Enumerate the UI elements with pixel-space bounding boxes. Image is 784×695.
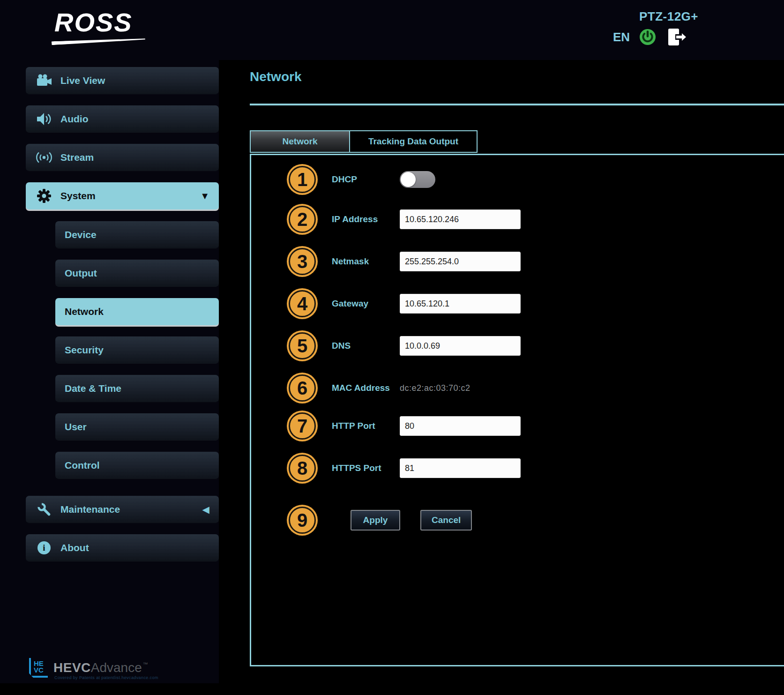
sidebar-item-live-view[interactable]: Live View xyxy=(26,67,219,94)
sidebar-item-output[interactable]: Output xyxy=(55,260,219,287)
form-row-dhcp: 1 DHCP xyxy=(287,163,587,196)
https-port-field[interactable] xyxy=(400,458,521,478)
hevc-brand-bold: HEVC xyxy=(53,661,91,674)
step-badge-9: 9 xyxy=(287,505,318,536)
sidebar-item-label: Date & Time xyxy=(65,383,121,394)
step-badge-7: 7 xyxy=(287,411,318,441)
gateway-field[interactable] xyxy=(400,294,521,314)
step-badge-1: 1 xyxy=(287,164,318,195)
sidebar-item-maintenance[interactable]: Maintenance ◀ xyxy=(26,496,219,523)
hevc-tagline: Covered by Patents at patentlist.hevcadv… xyxy=(54,675,158,680)
gateway-label: Gateway xyxy=(332,299,400,309)
hevc-icon-line2: VC xyxy=(34,667,48,673)
dhcp-toggle-knob xyxy=(401,172,416,187)
hevc-brand-light: Advance xyxy=(91,661,142,674)
sidebar-item-label: User xyxy=(65,421,87,433)
step-badge-6: 6 xyxy=(287,373,318,404)
logout-icon[interactable] xyxy=(665,27,687,47)
netmask-field[interactable] xyxy=(400,252,521,271)
bottom-band xyxy=(0,683,784,695)
power-icon[interactable] xyxy=(638,28,657,46)
sidebar-item-label: Live View xyxy=(60,75,105,86)
title-divider xyxy=(250,104,784,105)
sidebar-item-system[interactable]: System ▼ xyxy=(26,182,219,209)
ip-address-label: IP Address xyxy=(332,214,400,224)
ross-logo: ROSS xyxy=(54,9,148,47)
page-title: Network xyxy=(250,69,301,84)
sidebar-item-label: System xyxy=(60,190,96,202)
sidebar-item-label: Maintenance xyxy=(60,504,120,515)
step-badge-3: 3 xyxy=(287,246,318,277)
sidebar-item-label: Security xyxy=(65,344,104,356)
step-badge-4: 4 xyxy=(287,288,318,319)
hevc-advance-logo: HE VC HEVC Advance ™ Covered by Patents … xyxy=(29,658,148,678)
hevc-wordmark: HEVC Advance ™ Covered by Patents at pat… xyxy=(53,661,148,674)
cancel-button[interactable]: Cancel xyxy=(420,510,472,531)
sidebar-item-device[interactable]: Device xyxy=(55,221,219,248)
hevc-icon: HE VC xyxy=(29,658,48,678)
sidebar-item-label: Audio xyxy=(60,113,88,125)
http-port-label: HTTP Port xyxy=(332,421,400,431)
sidebar-item-date-time[interactable]: Date & Time xyxy=(55,375,219,402)
sidebar-item-label: Output xyxy=(65,268,97,279)
chevron-down-icon: ▼ xyxy=(200,191,209,201)
form-row-gateway: 4 Gateway xyxy=(287,287,587,321)
form-row-http-port: 7 HTTP Port xyxy=(287,409,587,443)
form-row-ip-address: 2 IP Address xyxy=(287,202,587,236)
ross-logo-swoosh xyxy=(52,37,145,45)
info-icon: i xyxy=(35,541,53,554)
header-controls: EN xyxy=(613,26,687,48)
sidebar-item-label: About xyxy=(60,542,89,553)
http-port-field[interactable] xyxy=(400,416,521,436)
dns-field[interactable] xyxy=(400,336,521,356)
sidebar-item-audio[interactable]: Audio xyxy=(26,105,219,133)
dhcp-label: DHCP xyxy=(332,174,400,185)
sidebar-item-stream[interactable]: Stream xyxy=(26,144,219,171)
device-model-label: PTZ-12G+ xyxy=(609,9,698,24)
tab-label: Tracking Data Output xyxy=(368,136,458,147)
sidebar-item-about[interactable]: i About xyxy=(26,534,219,561)
sidebar-item-label: Network xyxy=(65,306,104,317)
video-camera-icon xyxy=(35,74,53,88)
form-row-mac-address: 6 MAC Address dc:e2:ac:03:70:c2 xyxy=(287,371,587,405)
mac-address-value: dc:e2:ac:03:70:c2 xyxy=(400,383,470,393)
form-row-netmask: 3 Netmask xyxy=(287,245,587,278)
dhcp-toggle[interactable] xyxy=(400,171,435,188)
sidebar-item-control[interactable]: Control xyxy=(55,452,219,479)
trademark-symbol: ™ xyxy=(143,661,148,667)
tab-tracking-data-output[interactable]: Tracking Data Output xyxy=(349,130,478,153)
tab-label: Network xyxy=(283,136,318,147)
netmask-label: Netmask xyxy=(332,256,400,267)
step-badge-8: 8 xyxy=(287,453,318,484)
form-row-dns: 5 DNS xyxy=(287,329,587,363)
sidebar-item-security[interactable]: Security xyxy=(55,336,219,364)
dns-label: DNS xyxy=(332,341,400,351)
form-row-https-port: 8 HTTPS Port xyxy=(287,451,587,485)
language-selector[interactable]: EN xyxy=(613,30,630,45)
https-port-label: HTTPS Port xyxy=(332,463,400,473)
wrench-icon xyxy=(35,502,53,517)
apply-button[interactable]: Apply xyxy=(351,510,400,531)
broadcast-icon xyxy=(35,150,53,164)
sidebar-item-network[interactable]: Network xyxy=(55,298,219,325)
gear-icon xyxy=(35,187,53,204)
step-badge-5: 5 xyxy=(287,330,318,361)
tab-network[interactable]: Network xyxy=(250,130,350,153)
ip-address-field[interactable] xyxy=(400,209,521,229)
sidebar-item-label: Control xyxy=(65,460,100,471)
mac-address-label: MAC Address xyxy=(332,383,400,393)
form-row-actions: 9 Apply Cancel xyxy=(287,503,587,537)
speaker-icon xyxy=(35,112,53,127)
sidebar-item-label: Device xyxy=(65,229,97,240)
chevron-left-icon: ◀ xyxy=(202,505,209,514)
step-badge-2: 2 xyxy=(287,204,318,235)
ross-logo-text: ROSS xyxy=(54,9,148,36)
sidebar-item-label: Stream xyxy=(60,152,94,163)
sidebar-item-user[interactable]: User xyxy=(55,413,219,441)
